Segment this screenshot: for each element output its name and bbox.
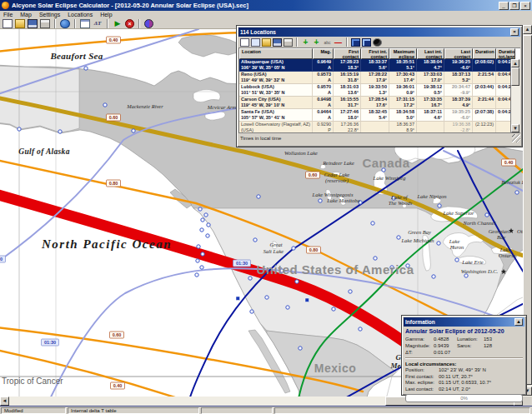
table-row[interactable]: Lowell Observatory (Flagstaff, AZ)(USA)0…	[239, 122, 520, 133]
loc-lopen-button[interactable]	[262, 38, 271, 47]
location-marker[interactable]	[265, 296, 269, 299]
location-marker[interactable]	[286, 306, 289, 309]
title-bar[interactable]: Alcyone Solar Eclipse Calculator - [2012…	[0, 0, 532, 11]
scroll-left-button[interactable]: ◄	[0, 397, 9, 406]
print-button[interactable]	[40, 19, 50, 28]
location-marker[interactable]	[84, 67, 88, 70]
table-scroll-thumb[interactable]	[511, 67, 519, 86]
table-row[interactable]: Lubbock (USA)101° 51' W, 33° 35' N0.9570…	[239, 84, 520, 97]
loc-lprint-button[interactable]	[284, 38, 293, 47]
location-marker[interactable]	[438, 204, 441, 207]
play-button[interactable]: ▶	[113, 19, 123, 28]
loc-add2-button[interactable]: +	[312, 38, 321, 47]
location-marker[interactable]	[204, 213, 208, 217]
table-row[interactable]: Carson City (USA)119° 45' W, 39° 10' N0.…	[239, 97, 520, 109]
column-header-mag-[interactable]: Mag.	[313, 48, 334, 59]
location-marker[interactable]	[206, 234, 209, 237]
location-marker[interactable]	[319, 199, 322, 202]
close-button[interactable]: ×	[520, 2, 530, 10]
location-marker[interactable]	[103, 103, 107, 107]
column-header-last-int-[interactable]: Last int.contact	[417, 48, 444, 59]
location-marker[interactable]	[248, 277, 252, 280]
location-marker[interactable]	[201, 218, 204, 222]
table-row[interactable]: Reno (USA)119° 49' W, 39° 32' N0.9573A16…	[239, 72, 520, 84]
loc-remove-button[interactable]: —	[334, 38, 343, 47]
table-row[interactable]: Albuquerque (USA)106° 39' W, 35° 05' N0.…	[239, 59, 520, 72]
location-marker[interactable]	[359, 327, 362, 331]
column-header-duration[interactable]: Durationtot./ann.	[496, 48, 515, 59]
column-header-duration[interactable]: Duration	[473, 48, 496, 59]
location-marker[interactable]	[292, 247, 295, 250]
stop-button[interactable]: ×	[125, 19, 134, 28]
location-marker[interactable]	[332, 307, 335, 311]
location-marker[interactable]	[371, 222, 374, 225]
location-marker[interactable]	[18, 127, 21, 131]
loc-eclipse-view-button[interactable]	[373, 38, 382, 47]
location-marker[interactable]	[197, 245, 200, 248]
loc-add-button[interactable]: +	[301, 38, 310, 47]
location-marker[interactable]	[207, 223, 210, 227]
location-marker[interactable]	[58, 130, 62, 133]
location-marker[interactable]	[195, 273, 198, 277]
location-marker[interactable]	[299, 347, 302, 350]
loc-lnew-button[interactable]	[240, 38, 249, 47]
loc-lsave-button[interactable]	[273, 38, 282, 47]
location-marker[interactable]	[253, 238, 257, 242]
new-button[interactable]	[3, 19, 13, 28]
eclipse-button[interactable]	[144, 19, 153, 28]
location-marker[interactable]	[374, 257, 377, 260]
loc-copy-button[interactable]	[251, 38, 260, 47]
location-marker[interactable]	[485, 213, 489, 217]
column-header-location[interactable]: Location	[239, 48, 313, 59]
map-button[interactable]	[60, 19, 70, 28]
location-marker[interactable]	[455, 258, 459, 262]
selected-location-marker[interactable]	[305, 298, 309, 302]
delta-t-button[interactable]: ΔT	[93, 19, 103, 28]
column-header-first-int-[interactable]: First int.contact	[361, 48, 389, 59]
minimize-button[interactable]: _	[499, 2, 509, 10]
table-row[interactable]: Santa Fe (USA)105° 57' W, 35° 41' N0.946…	[239, 109, 520, 122]
scroll-up-button[interactable]: ▲	[523, 25, 532, 34]
menu-help[interactable]: Help	[100, 12, 112, 17]
restore-button[interactable]: ❐	[509, 2, 519, 10]
column-header-first[interactable]: Firstcontact	[334, 48, 361, 59]
column-header-last[interactable]: Lastcontact	[444, 48, 473, 59]
location-marker[interactable]	[397, 236, 400, 239]
information-panel-titlebar[interactable]: Information ▲	[404, 317, 524, 327]
location-marker[interactable]	[437, 242, 440, 245]
menu-settings[interactable]: Settings	[39, 12, 60, 17]
table-scroll-up-button[interactable]: ▲	[511, 59, 519, 67]
selected-location-marker[interactable]	[236, 297, 240, 301]
duration-cell: 2:21:54	[473, 72, 496, 84]
save-button[interactable]	[28, 19, 38, 28]
collapse-button[interactable]: ▲	[514, 318, 523, 326]
location-marker[interactable]	[257, 195, 260, 198]
menu-file[interactable]: File	[3, 12, 13, 17]
country-label: Mexico	[314, 362, 356, 375]
locations-panel-titlebar[interactable]: 114 Locations ×	[238, 27, 520, 37]
locations-table-scrollbar[interactable]: ▲ ▼	[510, 59, 520, 132]
location-marker[interactable]	[198, 207, 202, 211]
menu-locations[interactable]: Locations	[68, 12, 93, 17]
location-marker[interactable]	[515, 191, 519, 194]
location-marker[interactable]	[200, 228, 203, 232]
locations-button[interactable]	[80, 19, 90, 28]
locations-close-button[interactable]: ×	[510, 28, 519, 36]
location-marker[interactable]	[349, 290, 352, 293]
column-header-maximum[interactable]: Maximumeclipse	[389, 48, 417, 59]
location-marker[interactable]	[295, 280, 299, 283]
resize-grip[interactable]	[512, 134, 520, 142]
loc-map-sel-button[interactable]	[351, 38, 360, 47]
location-marker[interactable]	[432, 275, 435, 278]
location-marker[interactable]	[200, 266, 203, 269]
loc-map-sel2-button[interactable]	[362, 38, 371, 47]
table-scroll-down-button[interactable]: ▼	[511, 124, 519, 132]
loc-abc-button[interactable]: abc	[323, 38, 332, 47]
location-marker[interactable]	[196, 259, 199, 262]
location-marker[interactable]	[201, 252, 204, 256]
location-marker[interactable]	[464, 274, 468, 277]
open-button[interactable]	[15, 19, 25, 28]
menu-map[interactable]: Map	[20, 12, 32, 17]
location-marker[interactable]	[250, 310, 253, 313]
location-marker[interactable]	[132, 129, 135, 132]
